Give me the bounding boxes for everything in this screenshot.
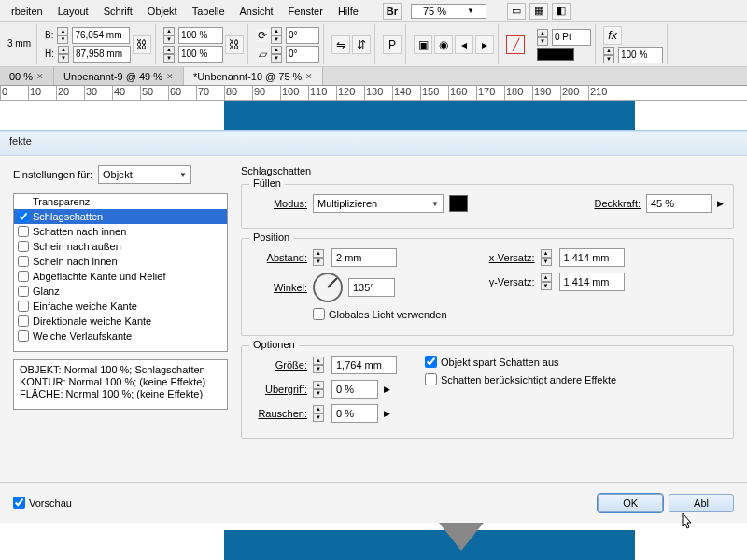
close-icon[interactable]: ✕ (305, 72, 313, 81)
shadow-color-swatch[interactable] (449, 195, 468, 212)
opacity-stepper[interactable]: ▲▼ (603, 47, 614, 63)
menu-schrift[interactable]: Schrift (96, 6, 140, 17)
selected-frame[interactable] (224, 101, 635, 131)
horizontal-ruler: 0102030405060708090100110120130140150160… (0, 86, 747, 101)
size-input[interactable]: 1,764 mm (331, 356, 397, 374)
effect-row-4[interactable]: Schein nach innen (14, 254, 227, 269)
global-light-checkbox[interactable]: Globales Licht verwenden (313, 308, 447, 320)
spread-stepper[interactable]: ▲▼ (313, 381, 324, 398)
arrange-icon[interactable]: ▦ (529, 3, 548, 20)
effect-row-3[interactable]: Schein nach außen (14, 239, 227, 254)
select-prev-icon[interactable]: ◂ (455, 35, 473, 54)
noise-stepper[interactable]: ▲▼ (313, 405, 324, 422)
flip-v-icon[interactable]: ⇵ (352, 35, 371, 54)
scaley-stepper[interactable]: ▲▼ (163, 46, 175, 63)
effect-row-8[interactable]: Direktionale weiche Kante (14, 314, 227, 329)
constrain-icon[interactable]: ⛓ (133, 35, 151, 54)
menu-edit[interactable]: rbeiten (4, 6, 50, 17)
screen-mode-icon[interactable]: ▭ (507, 3, 526, 20)
bridge-button[interactable]: Br (383, 3, 402, 20)
select-next-icon[interactable]: ▸ (475, 35, 494, 54)
options-group: Optionen Größe: ▲▼ 1,764 mm Übergriff: ▲… (241, 345, 734, 439)
honors-effects-checkbox[interactable]: Schatten berücksichtigt andere Effekte (425, 373, 616, 385)
effect-row-2[interactable]: Schatten nach innen (14, 224, 227, 239)
spread-label: Übergriff: (251, 384, 307, 395)
distance-label: Abstand: (251, 252, 307, 263)
document-tabs: 00 %✕ Unbenannt-9 @ 49 %✕ *Unbenannt-10 … (0, 67, 747, 86)
scalex-stepper[interactable]: ▲▼ (163, 27, 175, 44)
height-input[interactable] (73, 46, 131, 63)
opacity-slider-arrow[interactable]: ▶ (717, 199, 724, 208)
effect-row-0[interactable]: Transparenz (14, 194, 227, 209)
size-stepper[interactable]: ▲▼ (313, 357, 324, 373)
effect-row-1[interactable]: Schlagschatten (14, 209, 227, 224)
options-toolbar: 3 mm B: ▲▼ H: ▲▼ ⛓ ▲▼ ▲▼ (0, 22, 747, 67)
menu-objekt[interactable]: Objekt (140, 6, 185, 17)
zoom-combo[interactable]: 75 %▼ (411, 4, 486, 19)
effect-row-9[interactable]: Weiche Verlaufskante (14, 329, 227, 343)
angle-input[interactable]: 135° (348, 278, 395, 297)
ok-button[interactable]: OK (598, 494, 663, 512)
effect-row-7[interactable]: Einfache weiche Kante (14, 299, 227, 314)
preview-checkbox[interactable]: Vorschau (13, 497, 72, 509)
blend-mode-select[interactable]: Multiplizieren▼ (313, 194, 444, 213)
angle-dial[interactable] (313, 273, 343, 302)
settings-for-select[interactable]: Objekt▼ (98, 165, 191, 184)
spread-slider-arrow[interactable]: ▶ (384, 385, 390, 394)
menu-hilfe[interactable]: Hilfe (331, 6, 366, 17)
mode-label: Modus: (251, 198, 307, 209)
rotate-input[interactable] (286, 27, 319, 44)
menu-layout[interactable]: Layout (50, 6, 96, 17)
shear-stepper[interactable]: ▲▼ (271, 46, 282, 63)
x-offset-input[interactable]: 1,414 mm (559, 248, 625, 267)
stroke-stepper[interactable]: ▲▼ (537, 29, 548, 46)
opacity-input[interactable] (618, 47, 663, 63)
shear-input[interactable] (286, 46, 319, 63)
noise-input[interactable]: 0 % (331, 404, 378, 423)
effects-list: TransparenzSchlagschattenSchatten nach i… (13, 193, 228, 352)
y-offset-input[interactable]: 1,414 mm (559, 273, 625, 291)
spread-input[interactable]: 0 % (331, 380, 378, 399)
distance-stepper[interactable]: ▲▼ (313, 249, 324, 266)
shadow-opacity-input[interactable]: 45 % (646, 194, 712, 213)
stroke-weight-input[interactable] (552, 29, 591, 46)
stroke-style-swatch[interactable] (537, 48, 574, 61)
rotate-stepper[interactable]: ▲▼ (271, 27, 282, 44)
height-stepper[interactable]: ▲▼ (58, 46, 69, 63)
close-icon[interactable]: ✕ (36, 72, 44, 81)
doc-tab-3[interactable]: *Unbenannt-10 @ 75 %✕ (184, 67, 323, 85)
select-content-icon[interactable]: ◉ (434, 35, 453, 54)
doc-tab-1[interactable]: 00 %✕ (0, 67, 54, 85)
select-container-icon[interactable]: ▣ (414, 35, 432, 54)
text-wrap-icon[interactable]: P (383, 35, 402, 54)
width-stepper[interactable]: ▲▼ (57, 27, 68, 44)
effects-dialog: fekte Einstellungen für: Objekt▼ Transpa… (0, 131, 747, 523)
position-legend: Position (249, 231, 293, 243)
effect-row-5[interactable]: Abgeflachte Kante und Relief (14, 269, 227, 284)
scale-x-input[interactable] (178, 27, 223, 44)
xoffset-stepper[interactable]: ▲▼ (541, 249, 552, 266)
opacity-label: Deckkraft: (594, 198, 641, 209)
doc-tab-2[interactable]: Unbenannt-9 @ 49 %✕ (54, 67, 184, 85)
fx-icon[interactable]: fx (603, 26, 622, 45)
cancel-button[interactable]: Abl (669, 494, 734, 512)
menu-ansicht[interactable]: Ansicht (233, 6, 281, 17)
knockout-checkbox[interactable]: Objekt spart Schatten aus (425, 356, 559, 368)
width-input[interactable] (72, 27, 130, 44)
rotate-icon: ⟳ (256, 29, 269, 42)
distance-input[interactable]: 2 mm (331, 248, 397, 267)
flip-h-icon[interactable]: ⇋ (331, 35, 350, 54)
menu-fenster[interactable]: Fenster (281, 6, 331, 17)
workspace-icon[interactable]: ◧ (552, 3, 571, 20)
options-legend: Optionen (249, 339, 299, 350)
constrain-scale-icon[interactable]: ⛓ (225, 35, 244, 54)
scale-y-input[interactable] (178, 46, 223, 63)
fill-none-icon[interactable]: ╱ (506, 35, 525, 54)
noise-slider-arrow[interactable]: ▶ (384, 409, 390, 418)
yoffset-stepper[interactable]: ▲▼ (541, 273, 552, 290)
close-icon[interactable]: ✕ (166, 72, 174, 81)
effect-row-6[interactable]: Glanz (14, 284, 227, 299)
menu-tabelle[interactable]: Tabelle (185, 6, 233, 17)
shadow-preview (439, 523, 484, 551)
canvas-area (0, 101, 747, 131)
